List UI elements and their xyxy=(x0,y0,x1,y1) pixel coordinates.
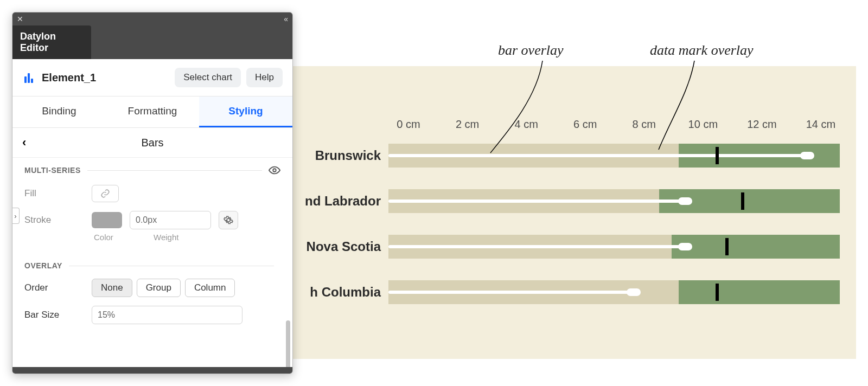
order-option-group[interactable]: Group xyxy=(137,279,181,297)
stroke-settings-button[interactable] xyxy=(219,211,238,229)
axis-tick: 14 cm xyxy=(802,118,840,133)
tab-styling[interactable]: Styling xyxy=(199,97,292,127)
bar-row: nd Labrador xyxy=(293,185,840,217)
color-sublabel: Color xyxy=(94,233,132,242)
bar-track xyxy=(388,144,840,168)
bar-category-label: nd Labrador xyxy=(293,194,388,209)
bar-category-label: Nova Scotia xyxy=(293,239,388,254)
data-mark xyxy=(716,284,719,301)
panel-body: MULTI-SERIES Fill Stroke Color Weight OV… xyxy=(12,158,292,367)
bar-track xyxy=(388,235,840,259)
bar-row: h Columbia xyxy=(293,276,840,308)
bar-row: Nova Scotia xyxy=(293,231,840,262)
annotation-leader-line xyxy=(488,59,586,162)
panel-title: Datylon Editor xyxy=(12,25,91,59)
stroke-row: Stroke xyxy=(12,207,292,234)
bars-container: Brunswick nd Labrador Nova Scotia xyxy=(293,140,840,322)
bar-overlay xyxy=(388,245,685,248)
axis-tick: 12 cm xyxy=(743,118,781,133)
panel-titlebar[interactable]: ✕ « xyxy=(12,12,292,25)
order-row: Order None Group Column xyxy=(12,274,292,301)
stroke-color-swatch[interactable] xyxy=(92,212,122,228)
axis-tick: 0 cm xyxy=(390,118,427,133)
stroke-label: Stroke xyxy=(24,215,84,226)
bar-overlay-knob xyxy=(627,288,641,296)
annotation-data-mark-overlay: data mark overlay xyxy=(650,42,754,59)
x-axis-ticks: 0 cm 2 cm 4 cm 6 cm 8 cm 10 cm 12 cm 14 … xyxy=(390,118,840,133)
section-label: MULTI-SERIES xyxy=(24,166,81,175)
order-option-none[interactable]: None xyxy=(92,279,132,297)
annotation-bar-overlay: bar overlay xyxy=(498,42,564,59)
side-expand-handle[interactable]: › xyxy=(12,208,20,224)
bar-size-row: Bar Size xyxy=(12,301,292,329)
bar-track xyxy=(388,280,840,304)
bar-overlay-knob xyxy=(800,152,814,159)
order-segmented-control: None Group Column xyxy=(92,279,235,297)
fill-row: Fill xyxy=(12,181,292,207)
breadcrumb-title: Bars xyxy=(35,137,283,149)
tab-binding[interactable]: Binding xyxy=(12,97,106,127)
bar-category-label: h Columbia xyxy=(293,285,388,300)
visibility-icon[interactable] xyxy=(269,164,280,176)
axis-tick: 2 cm xyxy=(449,118,487,133)
order-label: Order xyxy=(24,282,84,293)
select-chart-button[interactable]: Select chart xyxy=(175,68,241,87)
close-icon[interactable]: ✕ xyxy=(17,15,23,23)
panel-resize-handle[interactable] xyxy=(12,367,292,374)
editor-panel: ✕ « Datylon Editor Element_1 Select char… xyxy=(12,12,293,374)
bar-overlay-knob xyxy=(678,243,692,250)
bar-overlay xyxy=(388,154,807,157)
collapse-icon[interactable]: « xyxy=(284,15,288,23)
bar-overlay xyxy=(388,291,634,294)
weight-sublabel: Weight xyxy=(154,233,178,242)
panel-tabs: Binding Formatting Styling xyxy=(12,97,292,128)
element-header: Element_1 Select chart Help xyxy=(12,59,292,97)
back-icon[interactable]: ‹ xyxy=(22,136,35,150)
svg-point-0 xyxy=(273,169,276,172)
gear-icon xyxy=(224,215,233,225)
order-option-column[interactable]: Column xyxy=(185,279,235,297)
scrollbar-thumb[interactable] xyxy=(286,320,290,367)
data-mark xyxy=(741,192,744,210)
section-multi-series[interactable]: MULTI-SERIES xyxy=(12,158,292,181)
styling-breadcrumb: ‹ Bars xyxy=(12,128,292,158)
bar-track xyxy=(388,189,840,213)
tab-formatting[interactable]: Formatting xyxy=(106,97,199,127)
bar-overlay-knob xyxy=(678,197,692,205)
link-icon[interactable] xyxy=(92,185,119,202)
element-name[interactable]: Element_1 xyxy=(42,72,96,84)
annotation-leader-line xyxy=(656,59,732,156)
data-mark xyxy=(725,238,729,255)
section-overlay[interactable]: OVERLAY xyxy=(12,255,292,274)
help-button[interactable]: Help xyxy=(246,68,283,87)
fill-label: Fill xyxy=(24,188,84,199)
bar-size-label: Bar Size xyxy=(24,310,84,320)
stroke-weight-input[interactable] xyxy=(130,211,211,229)
section-label: OVERLAY xyxy=(24,261,62,270)
bar-chart-icon xyxy=(24,72,35,83)
bar-category-label: Brunswick xyxy=(293,148,388,163)
bar-overlay xyxy=(388,200,685,203)
bar-size-input[interactable] xyxy=(92,306,242,324)
